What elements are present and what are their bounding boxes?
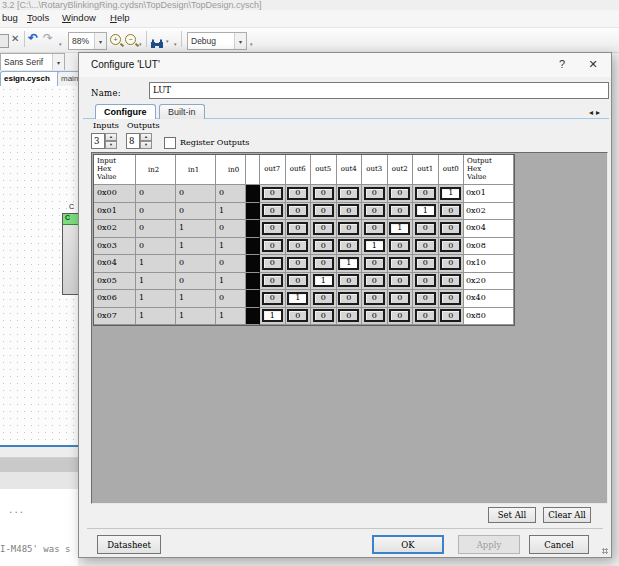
lut-out-toggle[interactable]: 0 bbox=[262, 187, 283, 200]
spinner-up-icon[interactable]: ▲ bbox=[140, 133, 152, 141]
menu-debug-partial[interactable]: bug bbox=[2, 12, 18, 23]
lut-out-toggle[interactable]: 0 bbox=[338, 222, 359, 235]
name-input[interactable]: LUT bbox=[149, 82, 609, 99]
lut-out-toggle[interactable]: 0 bbox=[313, 222, 334, 235]
lut-out-toggle[interactable]: 0 bbox=[389, 239, 410, 252]
lut-out-toggle[interactable]: 0 bbox=[287, 309, 308, 322]
lut-out-toggle[interactable]: 1 bbox=[440, 187, 461, 200]
lut-out-toggle[interactable]: 0 bbox=[440, 257, 461, 270]
lut-out-toggle[interactable]: 0 bbox=[364, 187, 385, 200]
lut-out-toggle[interactable]: 0 bbox=[415, 187, 436, 200]
register-outputs-checkbox[interactable] bbox=[164, 137, 176, 149]
lut-out-toggle[interactable]: 0 bbox=[262, 239, 283, 252]
lut-out-toggle[interactable]: 0 bbox=[338, 309, 359, 322]
lut-out-toggle[interactable]: 0 bbox=[287, 222, 308, 235]
cancel-button[interactable]: Cancel bbox=[529, 535, 589, 554]
lut-out-toggle[interactable]: 0 bbox=[313, 292, 334, 305]
lut-out-toggle[interactable]: 0 bbox=[338, 187, 359, 200]
lut-out-toggle[interactable]: 0 bbox=[415, 239, 436, 252]
lut-out-toggle[interactable]: 0 bbox=[440, 292, 461, 305]
lut-out-toggle[interactable]: 1 bbox=[389, 222, 410, 235]
lut-out-toggle[interactable]: 0 bbox=[287, 239, 308, 252]
redo-icon[interactable]: ↷ bbox=[43, 31, 53, 45]
lut-out-toggle[interactable]: 0 bbox=[338, 239, 359, 252]
schematic-canvas[interactable]: C C bbox=[0, 86, 78, 445]
lut-out-toggle[interactable]: 0 bbox=[262, 274, 283, 287]
undo-icon[interactable]: ↶ bbox=[28, 31, 38, 45]
lut-out-toggle[interactable]: 0 bbox=[287, 274, 308, 287]
spinner-down-icon[interactable]: ▼ bbox=[105, 141, 117, 149]
lut-out-toggle[interactable]: 0 bbox=[313, 239, 334, 252]
zoom-level-combo[interactable]: 88% ▾ bbox=[68, 32, 107, 50]
lut-out-toggle[interactable]: 0 bbox=[313, 187, 334, 200]
lut-out-toggle[interactable]: 0 bbox=[415, 257, 436, 270]
resize-grip-icon[interactable] bbox=[602, 548, 608, 554]
set-all-button[interactable]: Set All bbox=[488, 507, 536, 523]
zoom-in-icon[interactable]: + bbox=[110, 34, 121, 45]
dialog-titlebar[interactable]: Configure 'LUT' ? ✕ bbox=[79, 53, 611, 77]
toolbar-overflow-icon[interactable]: ▾ bbox=[174, 41, 177, 47]
build-config-combo[interactable]: Debug ▾ bbox=[187, 32, 247, 50]
find-icon[interactable] bbox=[150, 35, 164, 53]
lut-out-toggle[interactable]: 0 bbox=[364, 274, 385, 287]
lut-out-toggle[interactable]: 1 bbox=[262, 309, 283, 322]
menu-tools[interactable]: Tools bbox=[27, 12, 49, 23]
delete-icon[interactable]: ✕ bbox=[11, 33, 19, 44]
menu-help[interactable]: Help bbox=[110, 12, 130, 23]
datasheet-button[interactable]: Datasheet bbox=[97, 535, 161, 554]
lut-out-toggle[interactable]: 0 bbox=[313, 257, 334, 270]
lut-out-toggle[interactable]: 0 bbox=[287, 204, 308, 217]
ok-button[interactable]: OK bbox=[372, 535, 444, 554]
lut-out-toggle[interactable]: 0 bbox=[389, 204, 410, 217]
lut-out-toggle[interactable]: 0 bbox=[338, 204, 359, 217]
font-family-combo[interactable]: Sans Serif ▾ bbox=[0, 53, 65, 71]
spinner-up-icon[interactable]: ▲ bbox=[105, 133, 117, 141]
chevron-down-icon[interactable]: ▾ bbox=[166, 38, 169, 44]
lut-out-toggle[interactable]: 0 bbox=[389, 257, 410, 270]
zoom-out-icon[interactable]: − bbox=[125, 34, 136, 45]
lut-out-toggle[interactable]: 0 bbox=[364, 257, 385, 270]
inputs-spinner-value[interactable]: 3 bbox=[91, 133, 105, 149]
lut-out-toggle[interactable]: 0 bbox=[338, 292, 359, 305]
chevron-down-icon[interactable]: ▾ bbox=[234, 33, 246, 49]
lut-out-toggle[interactable]: 0 bbox=[440, 204, 461, 217]
lut-out-toggle[interactable]: 0 bbox=[262, 204, 283, 217]
toolbar-overflow-icon[interactable]: ▾ bbox=[250, 41, 253, 47]
lut-out-toggle[interactable]: 0 bbox=[287, 187, 308, 200]
lut-out-toggle[interactable]: 0 bbox=[313, 309, 334, 322]
tab-scroll-arrows[interactable]: ◂▸ bbox=[589, 108, 603, 117]
chevron-down-icon[interactable]: ▾ bbox=[94, 33, 106, 49]
lut-out-toggle[interactable]: 0 bbox=[389, 187, 410, 200]
toolbar-overflow-icon[interactable]: ▾ bbox=[59, 41, 62, 47]
toolbar-overflow-icon[interactable]: ▾ bbox=[139, 41, 142, 47]
lut-out-toggle[interactable]: 0 bbox=[440, 239, 461, 252]
tab-built-in[interactable]: Built-in bbox=[159, 104, 205, 119]
lut-out-toggle[interactable]: 0 bbox=[262, 257, 283, 270]
lut-out-toggle[interactable]: 0 bbox=[415, 274, 436, 287]
lut-out-toggle[interactable]: 1 bbox=[313, 274, 334, 287]
lut-out-toggle[interactable]: 1 bbox=[364, 239, 385, 252]
lut-out-toggle[interactable]: 0 bbox=[364, 292, 385, 305]
lut-out-toggle[interactable]: 0 bbox=[313, 204, 334, 217]
clipped-toolbar-icon[interactable] bbox=[0, 34, 9, 48]
clear-all-button[interactable]: Clear All bbox=[543, 507, 591, 523]
lut-out-toggle[interactable]: 0 bbox=[389, 309, 410, 322]
lut-out-toggle[interactable]: 0 bbox=[415, 292, 436, 305]
lut-out-toggle[interactable]: 0 bbox=[364, 222, 385, 235]
chevron-down-icon[interactable]: ▾ bbox=[52, 54, 64, 70]
lut-out-toggle[interactable]: 0 bbox=[389, 274, 410, 287]
lut-out-toggle[interactable]: 1 bbox=[415, 204, 436, 217]
lut-out-toggle[interactable]: 1 bbox=[287, 292, 308, 305]
tab-configure[interactable]: Configure bbox=[95, 104, 156, 119]
lut-out-toggle[interactable]: 0 bbox=[364, 309, 385, 322]
lut-out-toggle[interactable]: 0 bbox=[262, 292, 283, 305]
lut-out-toggle[interactable]: 0 bbox=[440, 222, 461, 235]
lut-out-toggle[interactable]: 0 bbox=[389, 292, 410, 305]
lut-out-toggle[interactable]: 0 bbox=[440, 309, 461, 322]
spinner-down-icon[interactable]: ▼ bbox=[140, 141, 152, 149]
outputs-spinner-value[interactable]: 8 bbox=[126, 133, 140, 149]
help-icon[interactable]: ? bbox=[555, 58, 569, 70]
lut-out-toggle[interactable]: 0 bbox=[287, 257, 308, 270]
lut-out-toggle[interactable]: 0 bbox=[415, 309, 436, 322]
close-icon[interactable]: ✕ bbox=[585, 58, 601, 71]
